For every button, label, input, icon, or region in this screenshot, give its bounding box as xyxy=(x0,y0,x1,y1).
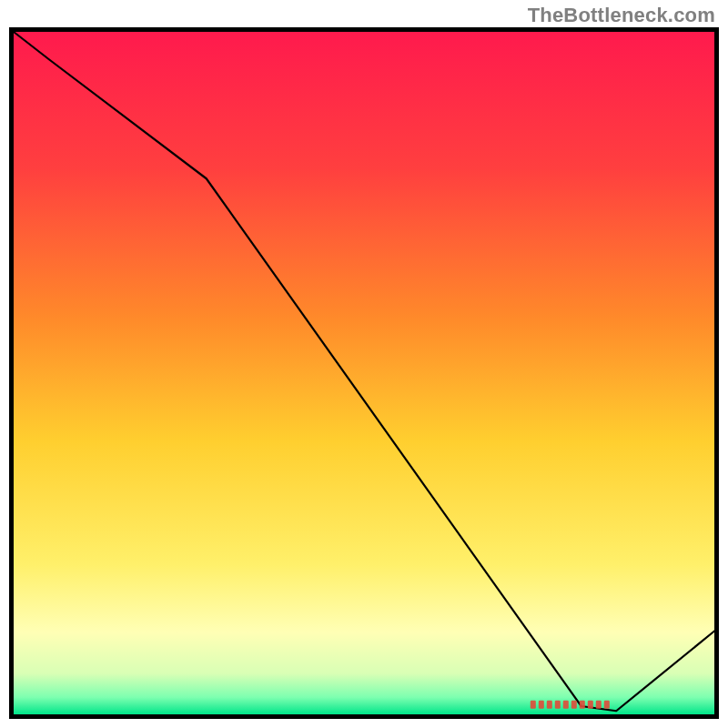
chart-svg xyxy=(9,27,719,719)
svg-rect-8 xyxy=(588,701,593,709)
svg-rect-9 xyxy=(596,701,602,709)
svg-rect-1 xyxy=(531,701,536,709)
gradient-background xyxy=(14,32,714,714)
svg-rect-10 xyxy=(604,701,610,709)
svg-rect-6 xyxy=(571,701,577,709)
svg-rect-5 xyxy=(563,701,569,709)
svg-rect-2 xyxy=(539,701,544,709)
svg-rect-4 xyxy=(555,701,561,709)
chart-container: TheBottleneck.com xyxy=(0,0,728,728)
svg-rect-3 xyxy=(547,701,552,709)
svg-rect-7 xyxy=(580,701,585,709)
chart-frame xyxy=(9,27,719,719)
attribution-text: TheBottleneck.com xyxy=(528,4,715,27)
